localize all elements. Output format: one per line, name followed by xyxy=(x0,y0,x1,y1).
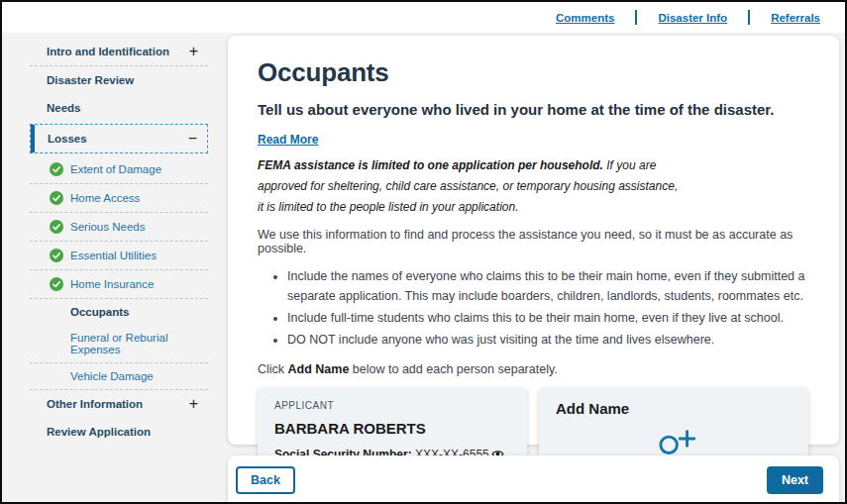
intro-text: We use this information to find and proc… xyxy=(258,228,809,255)
sidebar-item-essential-utilities[interactable]: Essential Utilities xyxy=(30,242,208,269)
main-content-panel: Occupants Tell us about everyone who liv… xyxy=(228,36,839,445)
sidebar-item-label: Home Insurance xyxy=(70,278,154,290)
sidebar-item-losses[interactable]: Losses − xyxy=(31,125,207,152)
sidebar-item-occupants[interactable]: Occupants xyxy=(30,299,208,325)
applicant-name: BARBARA ROBERTS xyxy=(274,420,510,437)
sidebar-item-home-access[interactable]: Home Access xyxy=(30,184,208,212)
applicant-card-label: APPLICANT xyxy=(274,400,510,411)
expand-icon[interactable]: + xyxy=(189,47,198,56)
sidebar-item-label: Vehicle Damage xyxy=(70,370,154,382)
notice-text: it is limited to the people listed in yo… xyxy=(258,200,518,214)
expand-icon[interactable]: + xyxy=(189,399,198,409)
sidebar-item-label: Disaster Review xyxy=(47,74,134,86)
comments-link[interactable]: Comments xyxy=(556,12,614,24)
check-icon xyxy=(50,277,63,291)
notice-text: If you are xyxy=(603,158,656,172)
link-divider xyxy=(635,10,637,25)
sidebar-item-label: Intro and Identification xyxy=(47,46,169,57)
list-item: Include the names of everyone who claims… xyxy=(287,266,809,306)
sidebar-item-label: Losses xyxy=(48,133,87,145)
sidebar-nav: Intro and Identification + Disaster Revi… xyxy=(30,38,208,446)
check-icon xyxy=(50,191,63,205)
link-divider xyxy=(748,10,750,25)
back-button[interactable]: Back xyxy=(236,466,295,494)
sidebar-active-section-losses: Losses − xyxy=(30,124,208,153)
top-bar: Comments Disaster Info Referrals xyxy=(2,2,845,33)
sidebar-item-home-insurance[interactable]: Home Insurance xyxy=(30,270,208,298)
footer-bar: Back Next xyxy=(228,455,839,504)
disaster-info-link[interactable]: Disaster Info xyxy=(658,12,727,24)
sidebar-item-disaster-review[interactable]: Disaster Review xyxy=(30,66,208,94)
list-item: Include full-time students who claims th… xyxy=(287,308,809,328)
instruction-bold-text: Add Name xyxy=(288,362,350,376)
sidebar-item-label: Serious Needs xyxy=(70,221,145,233)
page-title: Occupants xyxy=(258,57,809,88)
check-icon xyxy=(50,220,63,234)
list-item: DO NOT include anyone who was just visit… xyxy=(287,330,809,350)
sidebar-item-label: Other Information xyxy=(47,398,143,410)
fema-notice-text: FEMA assistance is limited to one applic… xyxy=(258,155,809,218)
add-name-instruction: Click Add Name below to add each person … xyxy=(258,362,809,376)
read-more-link[interactable]: Read More xyxy=(258,133,318,147)
sidebar-item-label: Extent of Damage xyxy=(70,163,161,175)
page-subtitle: Tell us about everyone who lived in your… xyxy=(258,101,809,118)
sidebar-item-intro-and-identification[interactable]: Intro and Identification + xyxy=(30,38,208,65)
sidebar-item-label: Needs xyxy=(47,102,81,114)
instruction-text: Click xyxy=(258,362,288,376)
sidebar-item-label: Review Application xyxy=(47,426,151,438)
sidebar-item-label: Funeral or Reburial Expenses xyxy=(70,332,198,355)
sidebar-item-label: Home Access xyxy=(70,192,140,204)
notice-text: approved for sheltering, child care assi… xyxy=(258,179,678,193)
next-button[interactable]: Next xyxy=(767,466,823,494)
check-icon xyxy=(50,249,63,262)
sidebar-item-serious-needs[interactable]: Serious Needs xyxy=(30,213,208,241)
sidebar-item-needs[interactable]: Needs xyxy=(30,94,208,122)
sidebar-item-other-information[interactable]: Other Information + xyxy=(30,390,208,418)
instruction-text: below to add each person separately. xyxy=(349,362,557,376)
sidebar-item-label: Essential Utilities xyxy=(70,250,157,261)
notice-bold-text: FEMA assistance is limited to one applic… xyxy=(258,158,603,172)
sidebar-item-label: Occupants xyxy=(70,306,129,318)
add-name-title: Add Name xyxy=(556,400,792,417)
check-icon xyxy=(50,162,63,176)
sidebar-item-funeral-or-reburial-expenses[interactable]: Funeral or Reburial Expenses xyxy=(30,325,208,362)
sidebar-item-vehicle-damage[interactable]: Vehicle Damage xyxy=(30,363,208,389)
sidebar-item-extent-of-damage[interactable]: Extent of Damage xyxy=(30,155,208,183)
instruction-list: Include the names of everyone who claims… xyxy=(258,266,809,350)
application-page: Comments Disaster Info Referrals Intro a… xyxy=(0,0,847,504)
referrals-link[interactable]: Referrals xyxy=(771,12,820,24)
collapse-icon[interactable]: − xyxy=(188,134,197,144)
sidebar-item-review-application[interactable]: Review Application xyxy=(30,418,208,446)
